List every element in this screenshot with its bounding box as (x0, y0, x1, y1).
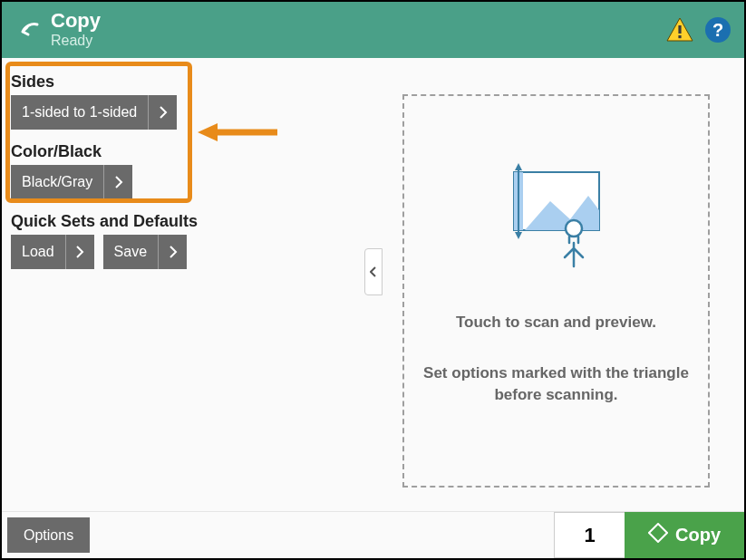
svg-marker-11 (515, 163, 522, 170)
color-select[interactable]: Black/Gray (11, 165, 132, 199)
chevron-right-icon (65, 235, 94, 269)
color-value: Black/Gray (11, 174, 103, 190)
svg-rect-2 (678, 35, 681, 38)
footer-bar: Options Copy (2, 511, 744, 558)
svg-marker-14 (649, 524, 667, 542)
chevron-right-icon (103, 165, 132, 199)
quicksets-label: Quick Sets and Defaults (11, 212, 357, 231)
sides-value: 1-sided to 1-sided (11, 104, 148, 121)
warning-icon[interactable] (664, 14, 695, 45)
svg-rect-1 (678, 25, 681, 34)
load-label: Load (11, 244, 65, 260)
header-bar: Copy Ready ? (2, 2, 744, 58)
status-text: Ready (51, 33, 101, 49)
save-button[interactable]: Save (103, 235, 187, 269)
sides-label: Sides (11, 72, 357, 92)
settings-pane: Sides 1-sided to 1-sided Color/Black Bla… (2, 58, 366, 511)
copies-input[interactable] (554, 512, 625, 558)
page-title: Copy (51, 11, 101, 31)
svg-marker-6 (198, 123, 218, 141)
save-label: Save (103, 244, 158, 260)
preview-line2: Set options marked with the triangle bef… (422, 362, 690, 406)
preview-area[interactable]: Touch to scan and preview. Set options m… (402, 94, 710, 488)
chevron-right-icon (148, 95, 177, 130)
chevron-right-icon (158, 235, 187, 269)
preview-line1: Touch to scan and preview. (456, 314, 656, 332)
options-button[interactable]: Options (7, 517, 90, 553)
svg-marker-12 (515, 232, 522, 239)
help-icon[interactable]: ? (702, 14, 733, 45)
title-block: Copy Ready (51, 11, 101, 49)
collapse-handle[interactable] (364, 248, 383, 295)
main-area: Sides 1-sided to 1-sided Color/Black Bla… (2, 58, 744, 511)
diamond-icon (648, 523, 668, 547)
sides-select[interactable]: 1-sided to 1-sided (11, 95, 177, 130)
svg-point-13 (566, 220, 582, 237)
preview-illustration-icon (498, 159, 615, 272)
load-button[interactable]: Load (11, 235, 94, 269)
color-label: Color/Black (11, 142, 357, 161)
annotation-arrow-icon (198, 123, 279, 141)
copy-button[interactable]: Copy (625, 512, 744, 558)
copy-label: Copy (675, 525, 721, 546)
svg-text:?: ? (712, 20, 723, 40)
back-icon[interactable] (13, 14, 45, 46)
preview-pane: Touch to scan and preview. Set options m… (366, 58, 744, 511)
